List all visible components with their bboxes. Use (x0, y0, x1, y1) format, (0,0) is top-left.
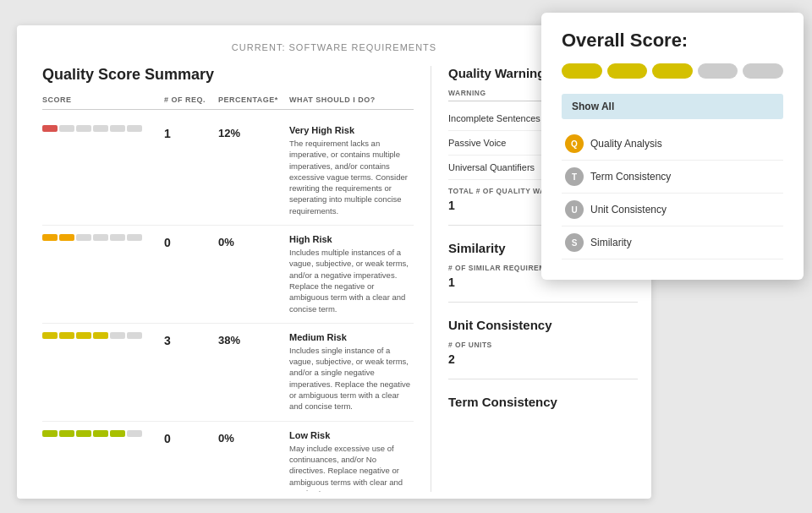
bar-strip (42, 430, 161, 437)
bar-segment (59, 234, 74, 241)
score-desc: Medium RiskIncludes single instance of a… (289, 332, 414, 412)
risk-title: Very High Risk (289, 125, 414, 135)
score-bar-cell (42, 430, 161, 437)
bar-strip (42, 234, 161, 241)
current-value: SOFTWARE REQUIREMENTS (289, 42, 437, 52)
nav-icon: S (565, 233, 584, 252)
bar-segment (93, 332, 108, 339)
unit-consistency-title: Unit Consistency (448, 318, 638, 332)
score-pct: 0% (218, 430, 286, 445)
nav-label: Unit Consistency (590, 204, 667, 216)
left-panel: Quality Score Summary SCORE # OF REQ. PE… (17, 66, 431, 492)
risk-title: Medium Risk (289, 332, 414, 342)
bar-segment (76, 234, 91, 241)
bar-segment (127, 332, 142, 339)
table-header: SCORE # OF REQ. PERCENTAGE* WHAT SHOULD … (42, 96, 414, 110)
bar-strip (42, 125, 161, 132)
overall-score-bar (607, 63, 648, 79)
risk-title: Low Risk (289, 430, 414, 440)
side-nav: Show All QQuality AnalysisTTerm Consiste… (562, 94, 783, 259)
overall-score-bar (743, 63, 783, 79)
bar-segment (93, 430, 108, 437)
overall-score-title: Overall Score: (562, 30, 783, 52)
bar-strip (42, 332, 161, 339)
score-bars (562, 63, 783, 79)
nav-item[interactable]: SSimilarity (562, 226, 783, 259)
bar-segment (110, 125, 125, 132)
score-count: 3 (164, 332, 215, 347)
risk-text: The requirement lacks an imperative, or … (289, 138, 414, 216)
unit-consistency-section: Unit Consistency # OF UNITS 2 (448, 318, 638, 379)
bar-segment (110, 430, 125, 437)
score-count: 0 (164, 234, 215, 249)
nav-label: Similarity (590, 237, 632, 248)
nav-items: QQuality AnalysisTTerm ConsistencyUUnit … (562, 128, 783, 259)
table-row: 00%High RiskIncludes multiple instances … (42, 226, 414, 324)
col-what: WHAT SHOULD I DO? (289, 96, 414, 104)
overall-score-bar (562, 63, 602, 79)
bar-segment (127, 234, 142, 241)
similarity-value: 1 (448, 276, 455, 289)
score-desc: Very High RiskThe requirement lacks an i… (289, 125, 414, 216)
bar-segment (76, 430, 91, 437)
nav-item[interactable]: QQuality Analysis (562, 128, 783, 161)
current-prefix: CURRENT: (232, 42, 286, 52)
bar-segment (110, 332, 125, 339)
nav-label: Quality Analysis (590, 138, 662, 150)
bar-segment (59, 332, 74, 339)
overall-score-bar (698, 63, 738, 79)
col-pct: PERCENTAGE* (218, 96, 286, 104)
unit-consistency-sub-label: # OF UNITS (448, 341, 638, 349)
risk-title: High Risk (289, 234, 414, 244)
bar-segment (42, 332, 58, 339)
term-consistency-section: Term Consistency (448, 395, 638, 429)
nav-item[interactable]: TTerm Consistency (562, 161, 783, 194)
overall-score-card: Overall Score: Show All QQuality Analysi… (541, 13, 804, 280)
bar-segment (93, 125, 108, 132)
bar-segment (127, 430, 142, 437)
table-row: 00%Low RiskMay include excessive use of … (42, 422, 414, 492)
score-bar-cell (42, 125, 161, 132)
nav-icon: Q (565, 134, 584, 153)
bar-segment (42, 125, 58, 132)
score-pct: 12% (218, 125, 286, 139)
risk-text: May include excessive use of continuance… (289, 443, 414, 492)
bar-segment (42, 430, 58, 437)
bar-segment (76, 332, 91, 339)
col-req: # OF REQ. (164, 96, 215, 104)
bar-segment (76, 125, 91, 132)
nav-icon: U (565, 200, 584, 219)
col-score: SCORE (42, 96, 161, 104)
total-value: 1 (448, 199, 455, 212)
table-row: 112%Very High RiskThe requirement lacks … (42, 117, 414, 226)
score-count: 0 (164, 430, 215, 445)
table-row: 338%Medium RiskIncludes single instance … (42, 324, 414, 422)
score-pct: 38% (218, 332, 286, 347)
term-consistency-title: Term Consistency (448, 395, 638, 409)
score-bar-cell (42, 332, 161, 339)
score-count: 1 (164, 125, 215, 140)
risk-text: Includes single instance of a vague, sub… (289, 345, 414, 412)
bar-segment (59, 430, 74, 437)
overall-score-bar (652, 63, 693, 79)
score-desc: Low RiskMay include excessive use of con… (289, 430, 414, 492)
bar-segment (127, 125, 142, 132)
score-pct: 0% (218, 234, 286, 248)
show-all-button[interactable]: Show All (562, 94, 783, 119)
risk-text: Includes multiple instances of a vague, … (289, 247, 414, 314)
bar-segment (42, 234, 58, 241)
score-rows: 112%Very High RiskThe requirement lacks … (42, 117, 414, 492)
unit-consistency-value: 2 (448, 352, 455, 366)
nav-item[interactable]: UUnit Consistency (562, 194, 783, 226)
bar-segment (59, 125, 74, 132)
bar-segment (93, 234, 108, 241)
nav-icon: T (565, 167, 584, 186)
nav-label: Term Consistency (590, 171, 671, 183)
bar-segment (110, 234, 125, 241)
score-desc: High RiskIncludes multiple instances of … (289, 234, 414, 314)
score-bar-cell (42, 234, 161, 241)
quality-summary-title: Quality Score Summary (42, 66, 414, 84)
